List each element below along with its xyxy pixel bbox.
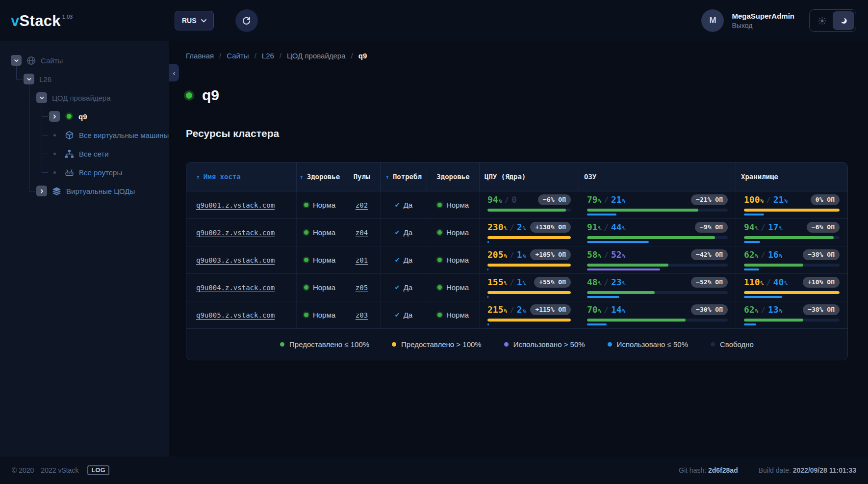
provided-value: 79% xyxy=(587,195,601,204)
used-bar xyxy=(587,269,660,270)
health-status-dot xyxy=(304,258,308,262)
legend-dot xyxy=(608,342,612,347)
logo-name: Stack xyxy=(20,12,61,29)
sidebar-item-provider-dc[interactable]: ЦОД провайдера xyxy=(0,88,169,107)
legend-item: Использовано > 50% xyxy=(504,340,585,349)
sidebar-item-label: L26 xyxy=(39,75,51,83)
provided-value: 62% xyxy=(744,305,758,314)
host-link[interactable]: q9u005.z.vstack.com xyxy=(196,311,275,319)
breadcrumb-item-home[interactable]: Главная xyxy=(186,52,214,60)
column-header-cpu[interactable]: ЦПУ (Ядра) xyxy=(480,162,579,191)
sidebar-item-q9[interactable]: q9 xyxy=(0,107,169,126)
health-status-dot xyxy=(437,285,442,290)
overprovision-badge: +10% ОП xyxy=(803,277,840,288)
pool-link[interactable]: z01 xyxy=(356,256,368,264)
sidebar-item-label: Сайты xyxy=(41,56,63,65)
ram-values: 79%/21%−21% ОП xyxy=(587,194,728,206)
column-header-pools[interactable]: Пулы xyxy=(343,162,381,191)
chevron-down-icon[interactable] xyxy=(24,74,34,84)
legend-item: Предоставлено ≤ 100% xyxy=(280,340,369,349)
host-cell: q9u002.z.vstack.com xyxy=(186,219,297,246)
health-status-label: Норма xyxy=(313,311,335,319)
provided-bar-track xyxy=(744,264,840,267)
column-header-storage[interactable]: Хранилище xyxy=(736,162,847,191)
theme-toggle[interactable] xyxy=(809,9,856,32)
sidebar-item-all-networks[interactable]: Все сети xyxy=(0,144,169,163)
sidebar-item-all-routers[interactable]: Все роутеры xyxy=(0,163,169,182)
provided-bar-track xyxy=(487,264,571,267)
health-status-dot xyxy=(437,313,442,317)
storage-values: 62%/13%−38% ОП xyxy=(744,304,840,316)
pool-link[interactable]: z05 xyxy=(356,284,368,292)
used-bar xyxy=(487,241,489,243)
cpu-cell: 155%/1%+55% ОП xyxy=(480,274,579,301)
log-badge[interactable]: LOG xyxy=(87,465,109,475)
chevron-right-icon[interactable] xyxy=(36,186,47,196)
host-link[interactable]: q9u002.z.vstack.com xyxy=(196,229,275,237)
storage-values: 110%/40%+10% ОП xyxy=(744,277,840,288)
chevron-down-icon[interactable] xyxy=(36,92,47,103)
provided-bar xyxy=(487,291,571,294)
legend-item: Использовано ≤ 50% xyxy=(608,340,688,349)
table-row: q9u003.z.vstack.comНормаz01✔ДаНорма205%/… xyxy=(186,246,847,274)
chevron-right-icon[interactable] xyxy=(49,111,60,122)
sidebar-collapse-button[interactable]: ‹ xyxy=(169,64,179,81)
storage-values: 100%/21%0% ОП xyxy=(744,194,840,206)
sidebar-item-sites[interactable]: Сайты xyxy=(0,51,169,70)
pool-link[interactable]: z02 xyxy=(356,201,368,209)
used-value: 2% xyxy=(517,305,526,314)
host-link[interactable]: q9u001.z.vstack.com xyxy=(196,201,275,209)
user-avatar[interactable]: M xyxy=(701,9,724,32)
table-legend: Предоставлено ≤ 100%Предоставлено > 100%… xyxy=(186,329,847,360)
pool-link[interactable]: z04 xyxy=(356,229,368,237)
storage-values: 94%/17%−6% ОП xyxy=(744,222,840,233)
host-link[interactable]: q9u003.z.vstack.com xyxy=(196,256,275,264)
language-selector[interactable]: RUS xyxy=(175,11,214,30)
host-link[interactable]: q9u004.z.vstack.com xyxy=(196,284,275,292)
vdc-health-cell: Норма xyxy=(427,191,480,218)
moon-icon[interactable] xyxy=(833,11,854,30)
pool-cell: z05 xyxy=(343,274,381,301)
used-value: 0 xyxy=(511,195,517,204)
health-status-label: Норма xyxy=(446,311,469,319)
breadcrumb-item-sites[interactable]: Сайты xyxy=(227,52,249,60)
column-header-health[interactable]: ↑Здоровье xyxy=(297,162,343,191)
health-status-label: Норма xyxy=(446,283,469,292)
sun-icon[interactable] xyxy=(811,17,833,25)
pool-link[interactable]: z03 xyxy=(356,311,368,319)
consumes-label: Да xyxy=(404,311,413,319)
pool-cell: z03 xyxy=(343,301,381,328)
column-label: Имя хоста xyxy=(204,173,241,181)
health-status-dot xyxy=(437,203,442,207)
check-icon: ✔ xyxy=(395,284,400,291)
column-label: Здоровье xyxy=(307,173,340,181)
column-header-vdc-health[interactable]: Здоровье xyxy=(427,162,480,191)
cube-icon xyxy=(65,131,74,140)
sidebar-item-virtual-dcs[interactable]: Виртуальные ЦОДы xyxy=(0,182,169,200)
breadcrumb-item-provider-dc[interactable]: ЦОД провайдера xyxy=(287,52,346,60)
logout-link[interactable]: Выход xyxy=(732,22,794,29)
pool-cell: z01 xyxy=(343,246,381,273)
chevron-down-icon[interactable] xyxy=(11,55,22,66)
sort-asc-icon: ↑ xyxy=(196,173,200,181)
health-cell: Норма xyxy=(297,246,343,273)
table-row: q9u004.z.vstack.comНормаz05✔ДаНорма155%/… xyxy=(186,274,847,301)
column-header-ram[interactable]: ОЗУ xyxy=(579,162,736,191)
column-header-consumes[interactable]: ↑Потребл xyxy=(381,162,427,191)
breadcrumb-item-l26[interactable]: L26 xyxy=(262,52,274,60)
sidebar-item-all-vms[interactable]: Все виртуальные машины xyxy=(0,126,169,144)
provided-value: 205% xyxy=(487,250,507,259)
consumes-cell: ✔Да xyxy=(381,301,427,328)
provided-bar xyxy=(744,291,840,294)
provided-bar xyxy=(587,291,655,294)
legend-item: Предоставлено > 100% xyxy=(392,340,482,349)
ram-cell: 91%/44%−9% ОП xyxy=(579,219,736,246)
sidebar-item-l26[interactable]: L26 xyxy=(0,70,169,88)
storage-cell: 94%/17%−6% ОП xyxy=(736,219,847,246)
logo[interactable]: vStack 1.03 xyxy=(0,13,169,28)
ram-values: 58%/52%−42% ОП xyxy=(587,249,728,261)
column-header-host[interactable]: ↑Имя хоста xyxy=(186,162,297,191)
status-dot xyxy=(186,92,192,99)
refresh-button[interactable] xyxy=(235,9,258,32)
consumes-cell: ✔Да xyxy=(381,274,427,301)
